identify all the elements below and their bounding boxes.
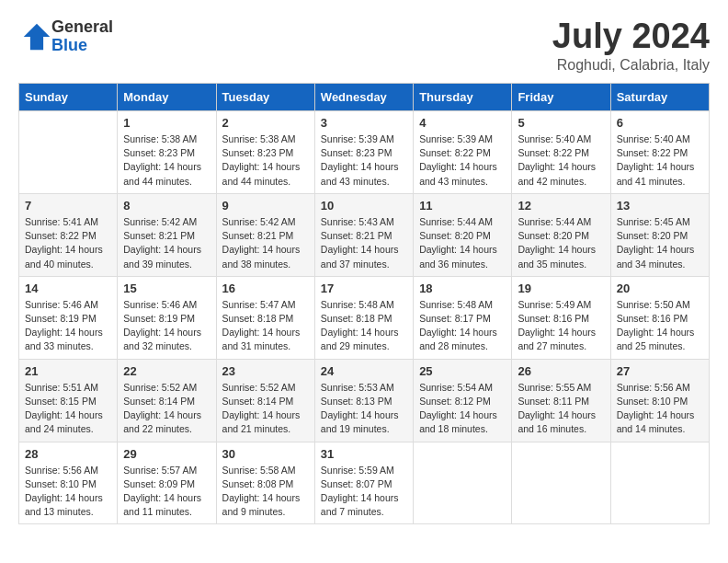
calendar-cell: 18Sunrise: 5:48 AM Sunset: 8:17 PM Dayli…	[414, 276, 512, 359]
header-thursday: Thursday	[414, 84, 512, 111]
calendar-cell	[414, 442, 512, 524]
day-number: 9	[222, 199, 309, 213]
header-tuesday: Tuesday	[216, 84, 314, 111]
day-info: Sunrise: 5:49 AM Sunset: 8:16 PM Dayligh…	[518, 298, 604, 354]
day-info: Sunrise: 5:40 AM Sunset: 8:22 PM Dayligh…	[518, 132, 604, 189]
day-number: 21	[25, 364, 111, 378]
title-section: July 2024 Roghudi, Calabria, Italy	[552, 18, 710, 74]
day-number: 13	[617, 199, 703, 213]
day-number: 19	[518, 282, 604, 295]
day-number: 27	[617, 364, 703, 378]
day-number: 2	[222, 116, 309, 130]
calendar-cell: 10Sunrise: 5:43 AM Sunset: 8:21 PM Dayli…	[314, 193, 413, 276]
header-monday: Monday	[118, 84, 216, 111]
calendar-cell: 17Sunrise: 5:48 AM Sunset: 8:18 PM Dayli…	[314, 276, 413, 359]
calendar-cell: 4Sunrise: 5:39 AM Sunset: 8:22 PM Daylig…	[414, 111, 512, 194]
day-info: Sunrise: 5:52 AM Sunset: 8:14 PM Dayligh…	[123, 381, 210, 437]
day-info: Sunrise: 5:46 AM Sunset: 8:19 PM Dayligh…	[123, 298, 210, 354]
day-info: Sunrise: 5:45 AM Sunset: 8:20 PM Dayligh…	[617, 215, 703, 271]
calendar-cell: 9Sunrise: 5:42 AM Sunset: 8:21 PM Daylig…	[216, 193, 314, 276]
day-number: 10	[321, 199, 407, 213]
day-info: Sunrise: 5:44 AM Sunset: 8:20 PM Dayligh…	[419, 215, 506, 271]
day-info: Sunrise: 5:43 AM Sunset: 8:21 PM Dayligh…	[321, 215, 407, 271]
calendar-header-row: Sunday Monday Tuesday Wednesday Thursday…	[19, 84, 710, 111]
day-info: Sunrise: 5:55 AM Sunset: 8:11 PM Dayligh…	[518, 381, 604, 437]
day-number: 12	[518, 199, 604, 213]
month-title: July 2024	[552, 18, 710, 53]
day-number: 3	[321, 116, 407, 130]
header-sunday: Sunday	[19, 84, 118, 111]
calendar-week-row: 28Sunrise: 5:56 AM Sunset: 8:10 PM Dayli…	[19, 442, 710, 524]
day-info: Sunrise: 5:40 AM Sunset: 8:22 PM Dayligh…	[617, 132, 703, 189]
svg-marker-0	[24, 24, 50, 50]
day-number: 4	[419, 116, 506, 130]
calendar-cell: 14Sunrise: 5:46 AM Sunset: 8:19 PM Dayli…	[19, 276, 118, 359]
day-info: Sunrise: 5:59 AM Sunset: 8:07 PM Dayligh…	[321, 464, 407, 520]
calendar-week-row: 14Sunrise: 5:46 AM Sunset: 8:19 PM Dayli…	[19, 276, 710, 359]
calendar-cell	[610, 442, 709, 524]
day-number: 31	[321, 447, 407, 461]
calendar-cell: 6Sunrise: 5:40 AM Sunset: 8:22 PM Daylig…	[610, 111, 709, 194]
calendar-week-row: 1Sunrise: 5:38 AM Sunset: 8:23 PM Daylig…	[19, 111, 710, 194]
day-info: Sunrise: 5:50 AM Sunset: 8:16 PM Dayligh…	[617, 298, 703, 354]
day-info: Sunrise: 5:38 AM Sunset: 8:23 PM Dayligh…	[123, 132, 210, 189]
calendar-cell	[512, 442, 610, 524]
calendar-week-row: 21Sunrise: 5:51 AM Sunset: 8:15 PM Dayli…	[19, 359, 710, 442]
day-number: 15	[123, 282, 210, 295]
day-info: Sunrise: 5:57 AM Sunset: 8:09 PM Dayligh…	[123, 464, 210, 520]
day-info: Sunrise: 5:46 AM Sunset: 8:19 PM Dayligh…	[25, 298, 111, 354]
calendar-week-row: 7Sunrise: 5:41 AM Sunset: 8:22 PM Daylig…	[19, 193, 710, 276]
day-number: 11	[419, 199, 506, 213]
day-info: Sunrise: 5:44 AM Sunset: 8:20 PM Dayligh…	[518, 215, 604, 271]
calendar-cell: 13Sunrise: 5:45 AM Sunset: 8:20 PM Dayli…	[610, 193, 709, 276]
header-wednesday: Wednesday	[314, 84, 413, 111]
calendar-cell: 27Sunrise: 5:56 AM Sunset: 8:10 PM Dayli…	[610, 359, 709, 442]
day-number: 23	[222, 364, 309, 378]
calendar-cell: 28Sunrise: 5:56 AM Sunset: 8:10 PM Dayli…	[19, 442, 118, 524]
calendar-cell: 19Sunrise: 5:49 AM Sunset: 8:16 PM Dayli…	[512, 276, 610, 359]
day-number: 20	[617, 282, 703, 295]
day-info: Sunrise: 5:38 AM Sunset: 8:23 PM Dayligh…	[222, 132, 309, 189]
day-number: 26	[518, 364, 604, 378]
logo-icon	[22, 22, 51, 52]
day-info: Sunrise: 5:41 AM Sunset: 8:22 PM Dayligh…	[25, 215, 111, 271]
calendar-cell: 29Sunrise: 5:57 AM Sunset: 8:09 PM Dayli…	[118, 442, 216, 524]
calendar-cell: 11Sunrise: 5:44 AM Sunset: 8:20 PM Dayli…	[414, 193, 512, 276]
day-number: 5	[518, 116, 604, 130]
location-subtitle: Roghudi, Calabria, Italy	[552, 57, 710, 74]
logo: General Blue	[18, 18, 113, 55]
day-info: Sunrise: 5:48 AM Sunset: 8:18 PM Dayligh…	[321, 298, 407, 354]
calendar-cell	[19, 111, 118, 194]
calendar-cell: 30Sunrise: 5:58 AM Sunset: 8:08 PM Dayli…	[216, 442, 314, 524]
header-saturday: Saturday	[610, 84, 709, 111]
day-number: 1	[123, 116, 210, 130]
day-number: 24	[321, 364, 407, 378]
day-info: Sunrise: 5:42 AM Sunset: 8:21 PM Dayligh…	[222, 215, 309, 271]
day-info: Sunrise: 5:39 AM Sunset: 8:23 PM Dayligh…	[321, 132, 407, 189]
day-number: 30	[222, 447, 309, 461]
day-number: 28	[25, 447, 111, 461]
day-info: Sunrise: 5:56 AM Sunset: 8:10 PM Dayligh…	[25, 464, 111, 520]
day-info: Sunrise: 5:53 AM Sunset: 8:13 PM Dayligh…	[321, 381, 407, 437]
calendar-cell: 3Sunrise: 5:39 AM Sunset: 8:23 PM Daylig…	[314, 111, 413, 194]
calendar-cell: 25Sunrise: 5:54 AM Sunset: 8:12 PM Dayli…	[414, 359, 512, 442]
day-info: Sunrise: 5:42 AM Sunset: 8:21 PM Dayligh…	[123, 215, 210, 271]
calendar-cell: 15Sunrise: 5:46 AM Sunset: 8:19 PM Dayli…	[118, 276, 216, 359]
calendar-table: Sunday Monday Tuesday Wednesday Thursday…	[18, 83, 710, 524]
day-number: 7	[25, 199, 111, 213]
day-info: Sunrise: 5:48 AM Sunset: 8:17 PM Dayligh…	[419, 298, 506, 354]
day-number: 17	[321, 282, 407, 295]
day-number: 8	[123, 199, 210, 213]
page-header: General Blue July 2024 Roghudi, Calabria…	[18, 18, 710, 74]
day-number: 29	[123, 447, 210, 461]
day-info: Sunrise: 5:58 AM Sunset: 8:08 PM Dayligh…	[222, 464, 309, 520]
calendar-cell: 8Sunrise: 5:42 AM Sunset: 8:21 PM Daylig…	[118, 193, 216, 276]
calendar-cell: 1Sunrise: 5:38 AM Sunset: 8:23 PM Daylig…	[118, 111, 216, 194]
calendar-cell: 12Sunrise: 5:44 AM Sunset: 8:20 PM Dayli…	[512, 193, 610, 276]
day-info: Sunrise: 5:51 AM Sunset: 8:15 PM Dayligh…	[25, 381, 111, 437]
day-number: 25	[419, 364, 506, 378]
calendar-cell: 23Sunrise: 5:52 AM Sunset: 8:14 PM Dayli…	[216, 359, 314, 442]
calendar-cell: 5Sunrise: 5:40 AM Sunset: 8:22 PM Daylig…	[512, 111, 610, 194]
calendar-cell: 21Sunrise: 5:51 AM Sunset: 8:15 PM Dayli…	[19, 359, 118, 442]
day-number: 16	[222, 282, 309, 295]
